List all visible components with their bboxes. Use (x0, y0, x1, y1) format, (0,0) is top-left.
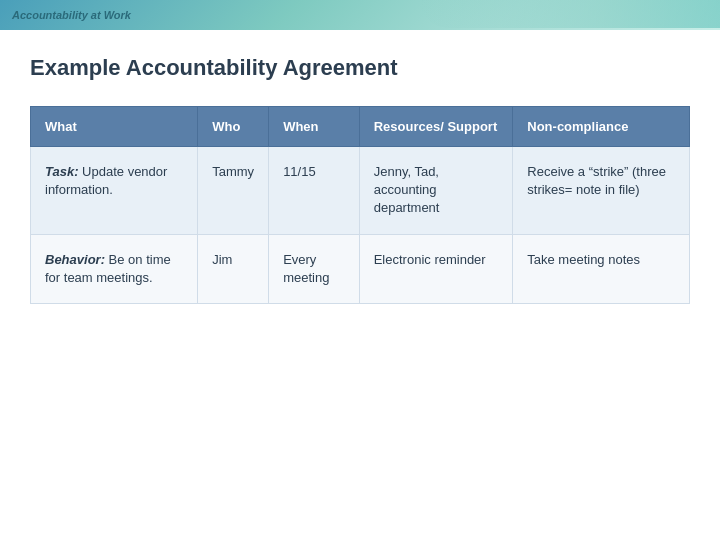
page-content: Example Accountability Agreement What Wh… (0, 30, 720, 540)
table-row: Task: Update vendor information.Tammy11/… (31, 147, 690, 235)
cell-what: Behavior: Be on time for team meetings. (31, 234, 198, 303)
cell-resources: Jenny, Tad, accounting department (359, 147, 513, 235)
top-bar-title: Accountability at Work (12, 9, 131, 21)
table-header-row: What Who When Resources/ Support Non-com… (31, 107, 690, 147)
page-title: Example Accountability Agreement (30, 55, 690, 81)
column-when: When (269, 107, 360, 147)
table-row: Behavior: Be on time for team meetings.J… (31, 234, 690, 303)
cell-noncompliance: Receive a “strike” (three strikes= note … (513, 147, 690, 235)
cell-who: Tammy (198, 147, 269, 235)
top-bar: Accountability at Work (0, 0, 720, 30)
cell-when: Every meeting (269, 234, 360, 303)
cell-who: Jim (198, 234, 269, 303)
accountability-table: What Who When Resources/ Support Non-com… (30, 106, 690, 304)
column-what: What (31, 107, 198, 147)
column-who: Who (198, 107, 269, 147)
column-resources: Resources/ Support (359, 107, 513, 147)
header-decoration (420, 0, 720, 28)
cell-noncompliance: Take meeting notes (513, 234, 690, 303)
cell-what: Task: Update vendor information. (31, 147, 198, 235)
column-noncompliance: Non-compliance (513, 107, 690, 147)
cell-when: 11/15 (269, 147, 360, 235)
cell-resources: Electronic reminder (359, 234, 513, 303)
